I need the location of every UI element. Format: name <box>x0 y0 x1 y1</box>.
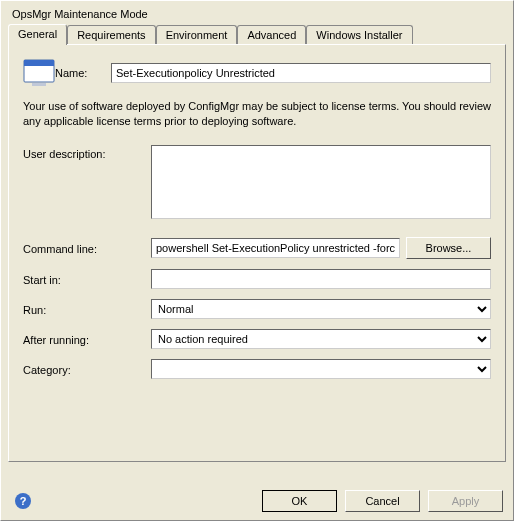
user-description-label: User description: <box>23 145 151 160</box>
tab-requirements[interactable]: Requirements <box>67 25 155 44</box>
category-label: Category: <box>23 361 151 376</box>
svg-rect-1 <box>24 60 54 66</box>
svg-rect-2 <box>32 83 46 86</box>
name-label: Name: <box>55 67 111 79</box>
browse-button[interactable]: Browse... <box>406 237 491 259</box>
after-running-label: After running: <box>23 331 151 346</box>
general-panel: Name: Your use of software deployed by C… <box>8 44 506 462</box>
tab-windows-installer[interactable]: Windows Installer <box>306 25 412 44</box>
dialog-footer: ? OK Cancel Apply <box>1 482 513 520</box>
program-icon <box>23 57 55 89</box>
user-description-field[interactable] <box>151 145 491 219</box>
run-select[interactable]: Normal <box>151 299 491 319</box>
category-select[interactable] <box>151 359 491 379</box>
apply-button[interactable]: Apply <box>428 490 503 512</box>
run-label: Run: <box>23 301 151 316</box>
command-line-label: Command line: <box>23 240 151 255</box>
help-icon[interactable]: ? <box>15 493 31 509</box>
name-field[interactable] <box>111 63 491 83</box>
command-line-field[interactable] <box>151 238 400 258</box>
window-title: OpsMgr Maintenance Mode <box>12 8 506 20</box>
tab-environment[interactable]: Environment <box>156 25 238 44</box>
cancel-button[interactable]: Cancel <box>345 490 420 512</box>
ok-button[interactable]: OK <box>262 490 337 512</box>
tab-general[interactable]: General <box>8 24 67 45</box>
start-in-label: Start in: <box>23 271 151 286</box>
tab-advanced[interactable]: Advanced <box>237 25 306 44</box>
after-running-select[interactable]: No action required <box>151 329 491 349</box>
tab-strip: General Requirements Environment Advance… <box>8 24 506 44</box>
start-in-field[interactable] <box>151 269 491 289</box>
license-info-text: Your use of software deployed by ConfigM… <box>23 99 491 129</box>
